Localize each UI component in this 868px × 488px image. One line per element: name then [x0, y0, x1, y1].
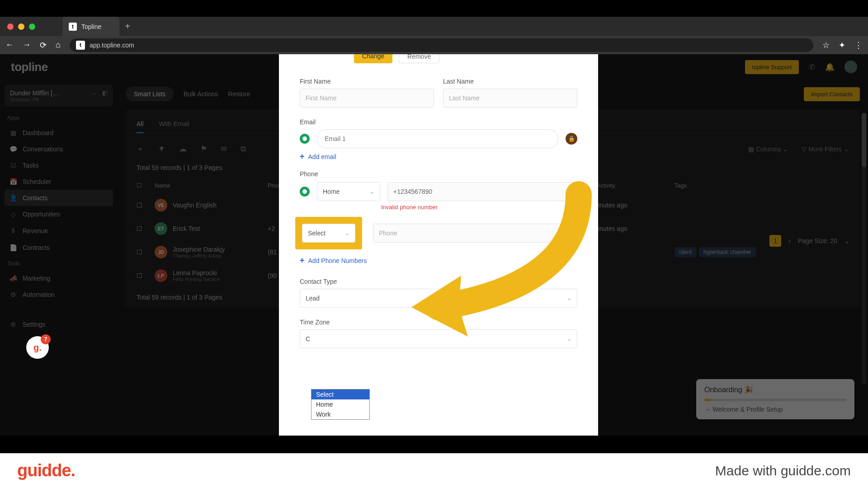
dropdown-option-work[interactable]: Work [311, 409, 369, 419]
phone-type-select-2[interactable]: Select⌄ [302, 224, 355, 243]
menu-icon[interactable]: ⋮ [854, 40, 863, 50]
support-button[interactable]: topline Support [745, 60, 799, 74]
copy-icon[interactable]: ⧉ [241, 145, 246, 154]
chevron-down-icon: ⌄ [567, 295, 571, 301]
chevron-down-icon: ⌄ [92, 89, 97, 96]
first-name-input[interactable] [300, 89, 434, 108]
page-size-select[interactable]: Page Size: 20 [798, 237, 837, 244]
add-icon[interactable]: ＋ [137, 144, 144, 154]
address-bar[interactable]: t app.topline.com [70, 38, 813, 52]
add-email-link[interactable]: +Add email [300, 152, 577, 161]
import-contacts-button[interactable]: Import Contacts [804, 87, 860, 101]
mac-close-icon[interactable] [7, 23, 14, 30]
scrollbar[interactable] [862, 113, 866, 384]
email-label: Email [300, 118, 577, 126]
mail-icon[interactable]: ✉ [221, 144, 227, 154]
primary-email-radio[interactable] [300, 134, 310, 144]
sidebar-item-conversations[interactable]: 💬Conversations [5, 141, 113, 157]
more-filters-button[interactable]: ▽ More Filters ⌄ [802, 145, 849, 153]
app-brand: topline [11, 60, 48, 74]
progress-bar [704, 399, 846, 401]
last-name-input[interactable] [443, 89, 577, 108]
workspace-sub: Scranton, PA [10, 97, 59, 102]
email-input[interactable] [317, 129, 558, 148]
guidde-badge[interactable]: g.7 [26, 336, 49, 359]
sidebar-item-opportunities[interactable]: ◇Opportunities [5, 206, 113, 222]
url-text: app.topline.com [90, 42, 134, 49]
panel-icon[interactable]: ◧ [102, 89, 108, 96]
avatar-icon: VE [155, 199, 167, 211]
smart-lists-pill[interactable]: Smart Lists [126, 87, 174, 101]
onboarding-toast[interactable]: Onboarding 🎉 → Welcome & Profile Setup [696, 379, 854, 419]
opportunities-icon: ◇ [9, 211, 17, 218]
extensions-icon[interactable]: ✦ [839, 40, 845, 50]
delete-icon[interactable]: 🗑 [569, 229, 577, 238]
change-button[interactable]: Change [354, 54, 392, 63]
contracts-icon: 📄 [9, 244, 17, 251]
tag-chip[interactable]: client [675, 247, 696, 257]
page-number[interactable]: 1 [769, 235, 781, 247]
restore-link[interactable]: Restore [228, 90, 250, 98]
sidebar-heading-apps: Apps [7, 115, 113, 121]
phone-number-input-2[interactable] [373, 224, 562, 243]
workspace-switcher[interactable]: Dunder Mifflin [… Scranton, PA ⌄ ◧ [5, 85, 113, 107]
dropdown-option-select[interactable]: Select [311, 389, 369, 399]
reload-button[interactable]: ⟳ [40, 40, 47, 50]
contact-edit-modal: Change Remove First Name Last Name Email [279, 54, 598, 436]
plus-icon: + [300, 152, 305, 161]
forward-button[interactable]: → [23, 40, 31, 50]
settings-icon: ⚙ [9, 321, 17, 328]
sidebar-item-settings[interactable]: ⚙Settings [5, 316, 113, 333]
mac-minimize-icon[interactable] [18, 23, 24, 30]
next-page-icon[interactable]: › [788, 237, 791, 244]
columns-button[interactable]: ▦ Columns ⌄ [748, 145, 788, 153]
mac-zoom-icon[interactable] [29, 23, 35, 30]
user-avatar[interactable] [844, 61, 857, 73]
toast-step: → Welcome & Profile Setup [704, 406, 846, 413]
bulk-actions-link[interactable]: Bulk Actions [184, 90, 218, 98]
browser-tab[interactable]: t Topline [62, 17, 119, 36]
primary-phone-radio[interactable] [300, 187, 310, 197]
sidebar-item-automation[interactable]: ⚙Automation [5, 286, 113, 303]
tab-favicon-icon: t [69, 23, 77, 31]
back-button[interactable]: ← [5, 40, 14, 50]
sidebar-item-marketing[interactable]: 📣Marketing [5, 270, 113, 286]
chevron-down-icon: ⌄ [370, 188, 374, 195]
sidebar-item-tasks[interactable]: ☑Tasks [5, 157, 113, 174]
contacts-icon: 👤 [9, 194, 17, 202]
cloud-icon[interactable]: ☁ [179, 144, 187, 154]
contact-type-select[interactable]: Lead⌄ [300, 289, 577, 308]
phone-icon[interactable]: ✆ [809, 62, 815, 72]
phone-number-input[interactable] [387, 182, 577, 201]
col-tags[interactable]: Tags [675, 182, 849, 189]
remove-button[interactable]: Remove [399, 54, 439, 63]
bookmark-icon[interactable]: ☆ [822, 40, 830, 50]
sidebar-item-dashboard[interactable]: ▦Dashboard [5, 125, 113, 141]
tab-with-email[interactable]: With Email [159, 116, 189, 133]
col-name[interactable]: Name [155, 182, 268, 189]
home-button[interactable]: ⌂ [56, 40, 61, 50]
sidebar-item-revenue[interactable]: ＄Revenue [5, 222, 113, 239]
sidebar-item-contracts[interactable]: 📄Contracts [5, 239, 113, 256]
avatar-icon: JD [155, 246, 167, 258]
tab-all[interactable]: All [137, 116, 144, 133]
flag-icon[interactable]: ⚑ [200, 144, 207, 154]
sidebar-item-scheduler[interactable]: 📅Scheduler [5, 174, 113, 190]
sidebar-item-contacts[interactable]: 👤Contacts [5, 190, 113, 206]
timezone-select[interactable]: C⌄ [300, 329, 577, 348]
phone-type-dropdown[interactable]: Select Home Work [311, 389, 370, 420]
chevron-down-icon: ⌄ [345, 230, 349, 236]
tag-chip[interactable]: hyperbaric chamber [699, 247, 756, 257]
select-all-checkbox[interactable]: ☐ [137, 182, 142, 189]
dropdown-option-home[interactable]: Home [311, 399, 369, 409]
phone-type-select[interactable]: Home⌄ [317, 182, 380, 201]
new-tab-button[interactable]: + [125, 21, 130, 32]
guidde-logo: guidde. [17, 461, 75, 480]
badge-count: 7 [41, 334, 51, 344]
sidebar-heading-tools: Tools [7, 260, 113, 267]
bell-icon[interactable]: 🔔 [825, 62, 835, 72]
filter-icon[interactable]: ▼ [158, 145, 165, 154]
first-name-label: First Name [300, 78, 434, 85]
dashboard-icon: ▦ [9, 129, 17, 136]
add-phone-link[interactable]: +Add Phone Numbers [300, 256, 577, 265]
